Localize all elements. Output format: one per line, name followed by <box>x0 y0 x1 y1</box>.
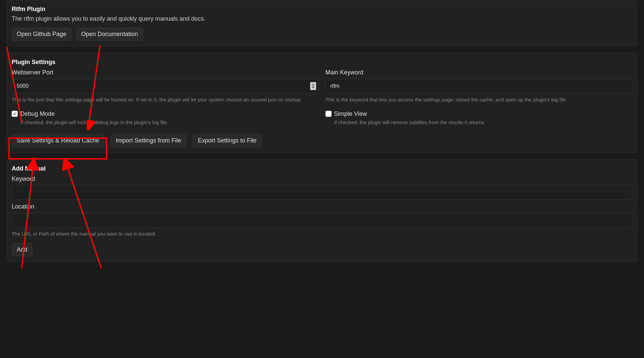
webserver-port-input[interactable] <box>12 79 319 93</box>
save-settings-button[interactable]: Save Settings & Reload Cache <box>12 134 104 147</box>
webserver-port-label: Webserver Port <box>12 69 319 76</box>
add-manual-title: Add Manual <box>12 165 632 172</box>
simple-view-help: If checked, the plugin will remove subti… <box>334 119 633 126</box>
main-keyword-label: Main Keyword <box>326 69 633 76</box>
debug-mode-help: If checked, the plugin will include debu… <box>20 119 319 126</box>
export-settings-button[interactable]: Export Settings to File <box>193 134 261 147</box>
open-documentation-button[interactable]: Open Documentation <box>76 28 143 41</box>
import-settings-button[interactable]: Import Settings from File <box>111 134 186 147</box>
port-spinner-icon[interactable] <box>310 82 316 90</box>
check-icon <box>12 111 17 116</box>
manual-location-input[interactable] <box>12 213 632 228</box>
simple-view-label: Simple View <box>334 110 367 117</box>
plugin-settings-card: Plugin Settings Webserver Port This is t… <box>7 53 637 153</box>
webserver-port-help: This is the port that this settings page… <box>12 96 319 104</box>
add-manual-card: Add Manual Keyword Location The URL or P… <box>7 159 637 262</box>
debug-mode-label: Debug Mode <box>20 110 55 117</box>
manual-keyword-input[interactable] <box>12 185 632 200</box>
plugin-header-card: Rtfm Plugin The rtfm plugin allows you t… <box>7 0 637 46</box>
main-keyword-help: This is the keyword that lets you access… <box>326 96 633 104</box>
manual-location-help: The URL or Path of where the manual you … <box>12 230 632 238</box>
plugin-description: The rtfm plugin allows you to easily and… <box>12 15 632 22</box>
settings-title: Plugin Settings <box>12 59 632 66</box>
manual-location-label: Location <box>12 203 632 210</box>
main-keyword-input[interactable] <box>326 79 633 93</box>
add-manual-button[interactable]: Add <box>12 243 32 256</box>
open-github-button[interactable]: Open Github Page <box>12 28 71 41</box>
simple-view-checkbox[interactable] <box>326 111 332 117</box>
manual-keyword-label: Keyword <box>12 175 632 183</box>
debug-mode-checkbox[interactable] <box>12 111 18 117</box>
plugin-title: Rtfm Plugin <box>12 6 632 13</box>
